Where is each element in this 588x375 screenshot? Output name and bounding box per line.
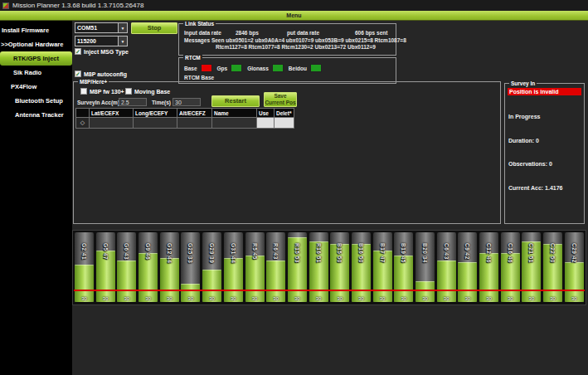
m8p-groupbox: M8P/Here+ M8P fw 130+ Moving Base Survey… <box>73 81 501 224</box>
table-row: ◇ <box>76 118 294 129</box>
checkbox-checked-icon[interactable]: ✓ <box>75 71 81 77</box>
link-status-groupbox: Link Status Input data rate 2846 bps put… <box>178 23 396 56</box>
survey-progress: In Progress <box>508 113 563 121</box>
snr-bar-G29: G29 3930 <box>202 232 221 302</box>
rtcm-beidou-text: Beidou <box>289 66 307 71</box>
survey-in-groupbox: Survey In Position is invalid In Progres… <box>504 83 585 224</box>
snr-bar-label: R5 45 <box>245 243 265 260</box>
snr-threshold-value-label: 30 <box>138 296 158 301</box>
cell-lat[interactable] <box>90 118 134 129</box>
snr-threshold-value-label: 30 <box>330 296 349 301</box>
rtcm-groupbox: RTCM Base Gps Glonass Beidou <box>178 57 396 84</box>
snr-threshold-value-label: 30 <box>522 296 541 301</box>
glonass-status-led <box>272 64 284 72</box>
cell-delete-button[interactable] <box>275 118 294 129</box>
sidebar-item-install-firmware[interactable]: Install Firmware <box>0 23 72 37</box>
snr-bar-label: C12 46 <box>479 243 498 263</box>
rtcm-indicator-beidou: Beidou <box>289 64 322 72</box>
snr-bar-R15: R15 5330 <box>288 232 307 302</box>
snr-bar-label: C16 46 <box>501 243 520 263</box>
moving-base-checkbox[interactable]: Moving Base <box>125 88 170 95</box>
sidebar-item-bluetooth-setup[interactable]: Bluetooth Setup <box>0 94 72 108</box>
snr-threshold-value-label: 30 <box>437 296 456 301</box>
header-delete: Delet* <box>275 109 294 118</box>
rtcm-base-label: RTCM Base <box>184 75 214 80</box>
stop-button[interactable]: Stop <box>131 22 177 34</box>
rtcm-indicators: Base Gps Glonass Beidou <box>184 64 322 72</box>
snr-bars: G2 4130G5 4730G6 4330G9 4630G12 4430G25 … <box>75 232 584 302</box>
surveyin-acc-input[interactable]: 2.5 <box>119 98 147 106</box>
snr-bar-label: G2 41 <box>75 243 94 260</box>
sidebar-item-sik-radio[interactable]: Sik Radio <box>0 66 72 80</box>
snr-bar-label: C22 50 <box>543 243 562 263</box>
time-input[interactable]: 30 <box>173 98 201 106</box>
cell-long[interactable] <box>134 118 177 129</box>
snr-threshold-value-label: 30 <box>458 296 477 301</box>
snr-bar-C21: C21 5130 <box>522 232 541 302</box>
header-selector <box>76 109 90 118</box>
snr-threshold-value-label: 30 <box>288 296 307 301</box>
mission-planner-window: Mission Planner 1.3.68 build 1.3.7105.26… <box>0 0 588 375</box>
snr-bar-fill <box>245 256 265 302</box>
snr-bar-label: C6 43 <box>437 243 456 260</box>
m8p-autoconfig-checkbox[interactable]: ✓ M8P autoconfig <box>75 71 127 77</box>
inject-msg-type-checkbox[interactable]: ✓ Inject MSG Type <box>75 48 129 55</box>
menu-bar[interactable]: Menu <box>0 11 588 21</box>
sidebar: Install Firmware >>Optional Hardware RTK… <box>0 21 72 375</box>
snr-bar-label: R6 43 <box>266 243 285 260</box>
snr-bar-C6: C6 4330 <box>437 232 456 302</box>
chevron-down-icon[interactable]: ▼ <box>118 37 127 46</box>
cell-name[interactable] <box>212 118 257 129</box>
cell-use-checkbox[interactable] <box>257 118 275 129</box>
snr-bar-G25: G25 3330 <box>181 232 200 302</box>
snr-bar-R5: R5 4530 <box>245 232 265 302</box>
snr-threshold-value-label: 30 <box>266 296 285 301</box>
restart-button[interactable]: Restart <box>211 95 260 107</box>
snr-bar-B20: B20 3430 <box>415 232 435 302</box>
snr-bar-G5: G5 4730 <box>96 232 115 302</box>
baud-rate-select[interactable]: 115200 ▼ <box>75 36 128 46</box>
rtcm-indicator-glonass: Glonass <box>247 64 284 72</box>
checkbox-checked-icon[interactable]: ✓ <box>75 48 81 55</box>
menu-label[interactable]: Menu <box>286 12 301 18</box>
row-selector-icon[interactable]: ◇ <box>76 118 90 129</box>
snr-bar-label: B20 34 <box>415 243 435 263</box>
sidebar-item-optional-hardware[interactable]: >>Optional Hardware <box>0 37 72 51</box>
m8p-fw-checkbox[interactable]: M8P fw 130+ <box>80 88 124 95</box>
snr-bar-G12: G12 4430 <box>160 232 179 302</box>
snr-threshold-value-label: 30 <box>543 296 562 301</box>
chevron-down-icon[interactable]: ▼ <box>118 23 127 32</box>
sidebar-item-px4flow[interactable]: PX4Flow <box>0 80 72 94</box>
title-bar: Mission Planner 1.3.68 build 1.3.7105.26… <box>0 0 588 11</box>
cell-alt[interactable] <box>177 118 212 129</box>
surveyin-acc-value: 2.5 <box>121 100 129 105</box>
snr-threshold-value-label: 30 <box>224 296 243 301</box>
snr-bar-label: B17 47 <box>373 243 392 263</box>
snr-threshold-value-label: 30 <box>160 296 179 301</box>
snr-threshold-value-label: 30 <box>117 296 136 301</box>
snr-bar-B19: B19 4530 <box>394 232 413 302</box>
sidebar-item-rtk-gps-inject[interactable]: RTK/GPS Inject <box>0 51 72 66</box>
save-current-pos-button[interactable]: Save Current Pos <box>264 92 297 107</box>
messages-seen-line1: Messages Seen ubx0501=2 ubx0A0A=4 ubx010… <box>184 37 406 43</box>
checkbox-unchecked-icon[interactable] <box>125 88 132 95</box>
sidebar-item-antenna-tracker[interactable]: Antenna Tracker <box>0 108 72 122</box>
checkbox-unchecked-icon[interactable] <box>80 88 87 95</box>
snr-threshold-value-label: 30 <box>181 296 200 301</box>
app-icon <box>2 2 9 9</box>
m8p-title: M8P/Here+ <box>78 79 109 85</box>
snr-threshold-value-label: 30 <box>245 296 265 301</box>
com-port-select[interactable]: COM51 ▼ <box>75 22 128 33</box>
survey-details: In Progress Duration: 0 Observations: 0 … <box>508 97 563 207</box>
snr-bar-label: G25 33 <box>181 243 200 263</box>
header-long: Long/ECEFY <box>134 109 177 118</box>
snr-bar-label: R15 53 <box>288 243 307 263</box>
messages-seen-line2: Rtcm1127=8 Rtcm1077=8 Rtcm1230=2 Ubx0213… <box>216 44 376 50</box>
snr-bar-label: B15 50 <box>330 243 349 263</box>
snr-bar-label: C9 42 <box>458 243 477 260</box>
snr-bar-label: G9 46 <box>138 243 158 260</box>
header-name: Name <box>212 109 257 118</box>
input-rate-value: 2846 bps <box>236 30 287 36</box>
snr-bar-label: G29 39 <box>202 243 221 263</box>
snr-bar-R6: R6 4330 <box>266 232 285 302</box>
